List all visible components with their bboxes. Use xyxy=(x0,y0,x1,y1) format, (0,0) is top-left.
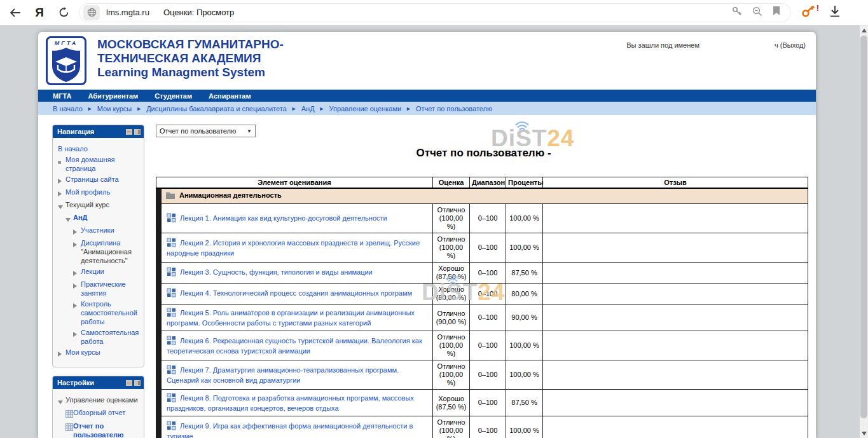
caret-right-icon[interactable] xyxy=(58,179,62,184)
grade-item-link-1[interactable]: Лекция 2. История и хронология массовых … xyxy=(167,239,420,257)
grade-item-link-5[interactable]: Лекция 6. Рекреационная сущность туристс… xyxy=(167,337,422,355)
caret-right-icon[interactable] xyxy=(73,271,77,276)
caret-right-icon[interactable] xyxy=(73,229,77,235)
sidebar-link-settings-1[interactable]: Обзорный отчет xyxy=(73,409,125,416)
grade-item-link-8[interactable]: Лекция 9. Игра как эффективная форма ани… xyxy=(167,422,413,438)
collapse-block-icon[interactable] xyxy=(126,380,132,386)
grade-percent-detail: (90,00 %) xyxy=(434,318,468,326)
bookmark-icon[interactable] xyxy=(773,6,780,18)
breadcrumb-link-2[interactable]: Дисциплины бакалавриата и специалитета xyxy=(146,105,287,113)
sidebar-link-settings-2[interactable]: Отчет по пользователю xyxy=(73,422,123,438)
sidebar-link-navigation-5[interactable]: АнД xyxy=(73,214,87,221)
sidebar-link-navigation-8[interactable]: Лекции xyxy=(81,268,104,275)
row-indent-cell xyxy=(156,360,162,390)
grade-item-link-0[interactable]: Лекция 1. Анимация как вид культурно-дос… xyxy=(180,214,387,222)
login-info: Вы зашли под именем ч (Выход) xyxy=(626,41,806,49)
sidebar-link-navigation-2[interactable]: Страницы сайта xyxy=(65,175,119,183)
yandex-browser-icon[interactable]: Я xyxy=(31,4,48,22)
breadcrumb-link-1[interactable]: Мои курсы xyxy=(97,105,132,113)
sidebar-link-navigation-6[interactable]: Участники xyxy=(81,226,114,234)
breadcrumb-separator: ► xyxy=(87,106,93,112)
report-select-value: Отчет по пользователю xyxy=(160,127,236,135)
browser-scrollbar[interactable] xyxy=(860,25,868,438)
caret-down-icon[interactable] xyxy=(58,400,63,404)
range-cell: 0–100 xyxy=(470,331,506,360)
grade-item-link-2[interactable]: Лекция 3. Сущность, функция, типология и… xyxy=(180,268,373,276)
navbar-item-1[interactable]: Абитуриентам xyxy=(88,92,138,100)
main-menu: МГТААбитуриентамСтудентамАспирантам xyxy=(38,90,816,102)
scroll-down-icon[interactable] xyxy=(862,432,867,435)
caret-right-icon[interactable] xyxy=(58,352,62,357)
sidebar-link-navigation-0[interactable]: В начало xyxy=(58,145,88,153)
navigation-item-10: Контроль самостоятельной работы xyxy=(58,299,142,326)
navigation-item-1: Моя домашняя страница xyxy=(58,155,142,173)
scroll-up-icon[interactable] xyxy=(862,29,867,32)
report-page-title: Отчет по пользователю - xyxy=(156,147,811,160)
sidebar-link-navigation-3[interactable]: Мой профиль xyxy=(65,188,110,196)
grade-item-link-6[interactable]: Лекция 7. Драматургия анимационно-театра… xyxy=(167,366,399,384)
password-key-icon[interactable] xyxy=(732,6,742,19)
report-icon xyxy=(65,425,73,432)
breadcrumb-link-4[interactable]: Управление оценками xyxy=(329,105,402,113)
address-bar[interactable]: lms.mgta.ru Оценки: Просмотр xyxy=(79,3,791,22)
grade-item-link-3[interactable]: Лекция 4. Технологический процесс создан… xyxy=(180,289,412,297)
back-icon[interactable] xyxy=(6,4,24,22)
caret-right-icon[interactable] xyxy=(58,191,62,196)
caret-right-icon[interactable] xyxy=(73,242,77,247)
navigation-block-header: Навигация xyxy=(53,125,144,138)
zoom-page-icon[interactable] xyxy=(752,6,762,19)
caret-right-icon[interactable] xyxy=(73,284,77,289)
caret-down-icon[interactable] xyxy=(65,218,71,222)
navigation-item-0: В начало xyxy=(58,144,142,153)
address-url[interactable]: lms.mgta.ru xyxy=(106,8,149,17)
sidebar-link-navigation-7[interactable]: Дисциплина xyxy=(81,239,120,247)
grade-item-link-4[interactable]: Лекция 5. Роль аниматоров в организации … xyxy=(167,309,415,327)
navbar-item-0[interactable]: МГТА xyxy=(53,92,71,100)
sidebar-link-navigation-1[interactable]: Моя домашняя страница xyxy=(65,156,114,172)
percent-cell: 87,50 % xyxy=(506,390,543,416)
lesson-icon xyxy=(167,393,176,404)
collapse-block-icon[interactable] xyxy=(126,129,132,135)
grade-item-cell: Лекция 2. История и хронология массовых … xyxy=(162,233,433,263)
dock-block-icon[interactable] xyxy=(134,129,141,135)
logout-link[interactable]: ч (Выход) xyxy=(775,41,806,49)
percent-cell: 100,00 % xyxy=(506,360,543,390)
sidebar-link-navigation-9[interactable]: Практические занятия xyxy=(81,280,126,297)
grade-item-link-7[interactable]: Лекция 8. Подготовка и разработка анимац… xyxy=(167,394,414,412)
breadcrumb-link-0[interactable]: В начало xyxy=(53,105,83,113)
breadcrumb-link-3[interactable]: АнД xyxy=(301,105,315,113)
grade-cell: Отлично(100,00 %) xyxy=(433,331,470,360)
report-type-select[interactable]: Отчет по пользователю ▼ xyxy=(156,125,256,137)
navbar-item-3[interactable]: Аспирантам xyxy=(209,92,251,100)
percent-cell: 100,00 % xyxy=(506,233,543,263)
grade-item-cell: Лекция 3. Сущность, функция, типология и… xyxy=(162,263,433,284)
category-cell: Анимационная деятельность xyxy=(162,188,808,204)
grade-row-5: Лекция 6. Рекреационная сущность туристс… xyxy=(156,331,808,360)
column-header-0: Элемент оценивания xyxy=(156,177,433,189)
scrollbar-thumb[interactable] xyxy=(860,36,867,418)
grade-cell: Хорошо(87,50 %) xyxy=(433,390,470,416)
navbar-item-2[interactable]: Студентам xyxy=(155,92,192,100)
grade-value: Отлично xyxy=(434,418,468,427)
caret-right-icon[interactable] xyxy=(73,303,77,308)
sidebar-link-navigation-12[interactable]: Мои курсы xyxy=(65,348,100,356)
lesson-icon xyxy=(167,238,176,249)
extension-key-icon[interactable]: ! xyxy=(801,4,815,21)
feedback-cell xyxy=(543,204,808,233)
reload-icon[interactable] xyxy=(55,4,72,22)
lms-page: МГТА МОСКОВСКАЯ ГУМАНИТАРНО- ТЕХНИЧЕСКАЯ… xyxy=(38,32,816,438)
caret-down-icon[interactable] xyxy=(58,205,63,209)
feedback-cell xyxy=(543,305,808,331)
sidebar-link-navigation-11[interactable]: Самостоятельная работа xyxy=(81,329,139,345)
download-icon[interactable] xyxy=(829,5,841,20)
dock-block-icon[interactable] xyxy=(134,380,141,386)
settings-tree: Управление оценкамиОбзорный отчетОтчет п… xyxy=(53,389,144,438)
navigation-item-8: Лекции xyxy=(58,267,142,278)
breadcrumb-link-5[interactable]: Отчет по пользователю xyxy=(416,105,492,113)
report-main: Отчет по пользователю ▼ Отчет по пользов… xyxy=(156,125,811,438)
grade-cell: Отлично(100,00 %) xyxy=(433,233,470,263)
settings-block-header: Настройки xyxy=(53,376,144,389)
sidebar-link-navigation-10[interactable]: Контроль самостоятельной работы xyxy=(81,300,137,325)
caret-right-icon[interactable] xyxy=(73,332,77,337)
lesson-icon xyxy=(167,365,176,376)
